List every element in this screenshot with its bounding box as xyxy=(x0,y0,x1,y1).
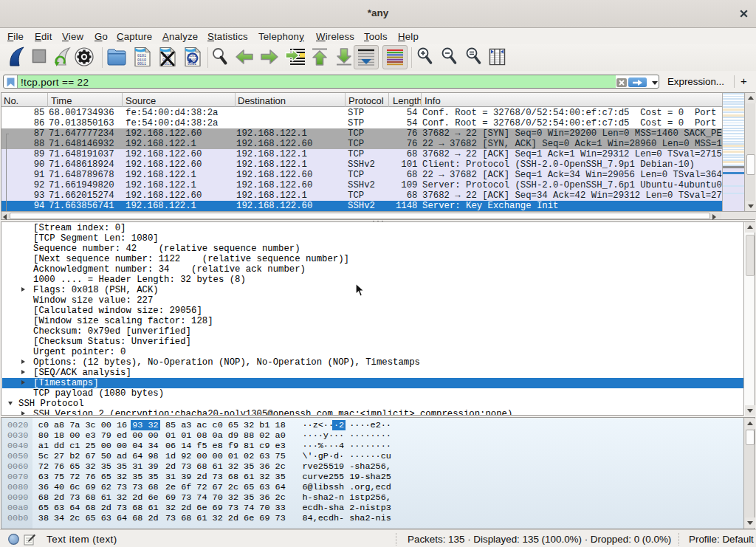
svg-text:0011: 0011 xyxy=(137,62,146,66)
